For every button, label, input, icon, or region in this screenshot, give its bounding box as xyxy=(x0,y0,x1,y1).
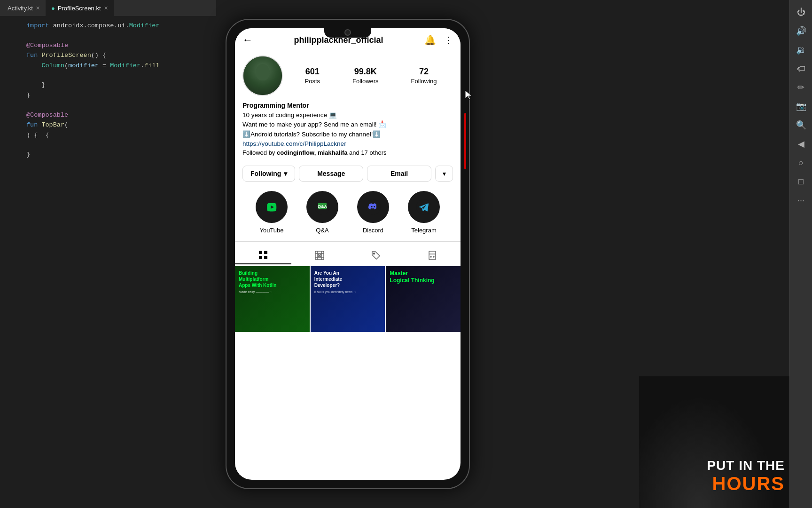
code-line xyxy=(0,71,216,80)
posts-grid: BuildingMultiplatformApps With Kotlin Ma… xyxy=(235,266,461,332)
posts-stat[interactable]: 601 Posts xyxy=(304,67,320,85)
discord-label: Discord xyxy=(363,227,383,234)
back-button[interactable]: ← xyxy=(242,34,253,46)
presenter-text: PUT IN THE HOURS xyxy=(707,459,785,494)
code-line: fun ProfileScreen() { xyxy=(0,50,216,61)
following-button[interactable]: Following ▾ xyxy=(242,166,295,182)
code-line: } xyxy=(0,80,216,90)
followed-by-text: Followed by xyxy=(242,149,277,156)
square-icon[interactable]: □ xyxy=(793,173,810,190)
code-line: ) { { xyxy=(0,130,216,141)
post-thumb-2[interactable]: Are You AnIntermediateDeveloper? 8 skill… xyxy=(311,266,385,332)
phone-camera xyxy=(344,29,351,36)
presenter-line2: HOURS xyxy=(707,473,785,494)
code-line: fun TopBar( xyxy=(0,120,216,130)
bio-followed-by: Followed by codinginflow, miakhalifa and… xyxy=(242,149,453,156)
posts-label: Posts xyxy=(304,78,320,85)
topbar-icons: 🔔 ⋮ xyxy=(424,34,453,46)
bio-line1: 10 years of coding experience 💻 xyxy=(242,111,453,120)
followed-by-names: codinginflow, miakhalifa xyxy=(277,149,347,156)
phone-notch xyxy=(324,27,371,38)
social-item-qa: Q&A Q&A xyxy=(306,191,338,234)
svg-rect-7 xyxy=(259,251,262,254)
social-item-discord: Discord xyxy=(357,191,389,234)
code-line xyxy=(0,31,216,40)
followers-stat[interactable]: 99.8K Followers xyxy=(352,67,379,85)
followers-count: 99.8K xyxy=(354,67,377,77)
svg-rect-0 xyxy=(264,199,279,214)
code-line: @Composable xyxy=(0,40,216,51)
search-zoom-icon[interactable]: 🔍 xyxy=(793,117,810,134)
tab-bar: Activity.kt ✕ ● ProfileScreen.kt ✕ xyxy=(0,0,216,16)
close-icon[interactable]: ✕ xyxy=(36,5,40,11)
bio-name: Programming Mentor xyxy=(242,102,453,109)
more-icon[interactable]: ··· xyxy=(793,192,810,209)
more-actions-button[interactable]: ▾ xyxy=(435,166,453,182)
post-thumb-3[interactable]: MasterLogical Thinking xyxy=(386,266,461,332)
tab-profilescreen[interactable]: ● ProfileScreen.kt ✕ xyxy=(46,0,114,16)
svg-point-13 xyxy=(319,255,320,256)
volume-up-icon[interactable]: 🔊 xyxy=(793,23,810,40)
edit-icon[interactable]: ✏ xyxy=(793,79,810,96)
following-count: 72 xyxy=(419,67,429,77)
following-label: Following xyxy=(411,78,437,85)
avatar-image xyxy=(243,56,282,95)
svg-point-21 xyxy=(433,256,434,257)
svg-text:Q&A: Q&A xyxy=(318,204,328,209)
profile-stats-row: 601 Posts 99.8K Followers 72 Following xyxy=(235,52,461,102)
tag-icon[interactable]: 🏷 xyxy=(793,60,810,77)
circle-icon[interactable]: ○ xyxy=(793,154,810,171)
code-line: @Composable xyxy=(0,110,216,120)
scroll-indicator[interactable] xyxy=(464,113,466,169)
svg-point-18 xyxy=(374,253,375,254)
social-links: YouTube Q&A Q&A xyxy=(235,187,461,241)
code-editor: Activity.kt ✕ ● ProfileScreen.kt ✕ impor… xyxy=(0,0,216,508)
tab-label: Activity.kt xyxy=(8,5,33,12)
svg-point-20 xyxy=(430,256,431,257)
rewind-icon[interactable]: ◀ xyxy=(793,135,810,152)
stats-container: 601 Posts 99.8K Followers 72 Following xyxy=(289,67,453,85)
camera-icon[interactable]: 📷 xyxy=(793,98,810,115)
power-icon[interactable]: ⏻ xyxy=(793,4,810,21)
action-buttons: Following ▾ Message Email ▾ xyxy=(235,162,461,187)
tab-grid[interactable] xyxy=(235,246,291,264)
message-button[interactable]: Message xyxy=(299,166,363,182)
qa-icon-button[interactable]: Q&A xyxy=(306,191,338,223)
right-sidebar: ⏻ 🔊 🔉 🏷 ✏ 📷 🔍 ◀ ○ □ ··· xyxy=(789,0,812,508)
phone-screen: ← philipplackner_official 🔔 ⋮ 601 xyxy=(235,28,461,480)
email-button[interactable]: Email xyxy=(367,166,431,182)
tab-saved[interactable] xyxy=(404,246,461,264)
social-item-telegram: Telegram xyxy=(408,191,440,234)
more-options-icon[interactable]: ⋮ xyxy=(444,34,453,46)
tab-label: ProfileScreen.kt xyxy=(58,5,101,12)
notification-icon[interactable]: 🔔 xyxy=(424,34,436,46)
youtube-icon-button[interactable] xyxy=(256,191,288,223)
tab-activity[interactable]: Activity.kt ✕ xyxy=(2,0,46,16)
chevron-down-icon: ▾ xyxy=(443,170,446,177)
phone-container: ← philipplackner_official 🔔 ⋮ 601 xyxy=(216,0,479,508)
telegram-icon-button[interactable] xyxy=(408,191,440,223)
discord-icon-button[interactable] xyxy=(357,191,389,223)
svg-rect-10 xyxy=(264,256,267,259)
code-line: } xyxy=(0,150,216,160)
bio-link[interactable]: https://youtube.com/c/PhilippLackner xyxy=(242,140,346,147)
chevron-icon: ▾ xyxy=(284,170,287,177)
close-icon[interactable]: ✕ xyxy=(104,5,108,11)
tab-reels[interactable] xyxy=(291,246,348,264)
presenter-overlay: PUT IN THE HOURS xyxy=(639,376,789,508)
social-item-youtube: YouTube xyxy=(256,191,288,234)
bio-line3: ⬇️Android tutorials? Subscribe to my cha… xyxy=(242,130,453,139)
avatar[interactable] xyxy=(242,56,283,96)
post-thumb-1[interactable]: BuildingMultiplatformApps With Kotlin Ma… xyxy=(235,266,310,332)
telegram-label: Telegram xyxy=(411,227,436,234)
profile-bio: Programming Mentor 10 years of coding ex… xyxy=(235,102,461,162)
volume-down-icon[interactable]: 🔉 xyxy=(793,41,810,58)
instagram-profile: ← philipplackner_official 🔔 ⋮ 601 xyxy=(235,28,461,480)
following-stat[interactable]: 72 Following xyxy=(411,67,437,85)
presenter-line1: PUT IN THE xyxy=(707,459,785,473)
code-line xyxy=(0,140,216,150)
tab-tagged[interactable] xyxy=(348,246,404,264)
followed-by-end: and 17 others xyxy=(347,149,386,156)
svg-rect-8 xyxy=(264,251,267,254)
svg-rect-19 xyxy=(429,251,436,260)
